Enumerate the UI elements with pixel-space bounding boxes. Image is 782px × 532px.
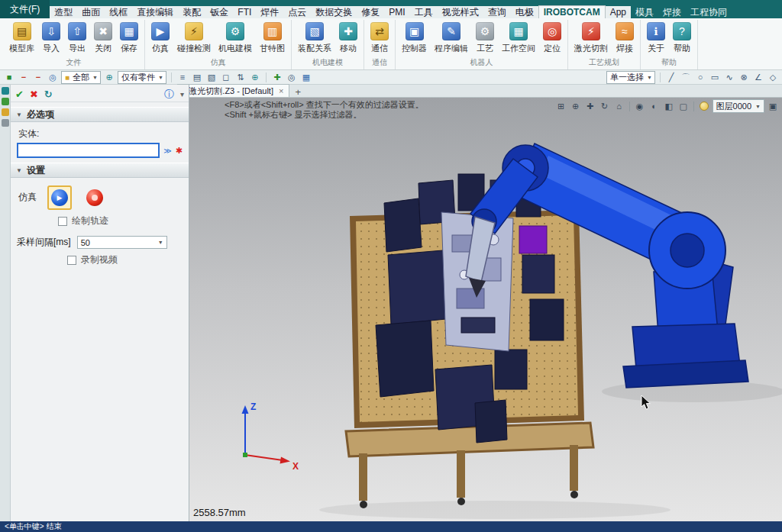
reset-icon[interactable]: ↻ [44,89,53,99]
menu-item-direct-edit[interactable]: 直接编辑 [132,6,178,18]
menu-item-point-cloud[interactable]: 点云 [283,6,311,18]
model-library-button[interactable]: ▤ 模型库 [5,20,38,56]
communication-button[interactable]: ⇄ 通信 [367,20,393,56]
wireframe-icon[interactable]: ◐ [648,100,661,112]
layer-dropdown[interactable]: 图层0000 ▼ [713,99,764,113]
menu-item-visual-style[interactable]: 视觉样式 [438,6,483,18]
menu-item-wireframe[interactable]: 线框 [105,6,132,18]
menu-item-assembly[interactable]: 装配 [178,6,205,18]
zoom-icon[interactable]: ⊕ [570,100,582,112]
target-icon[interactable]: ◎ [286,72,298,83]
sample-interval-select[interactable]: 50 ▼ [77,236,167,249]
add-icon[interactable]: ⊕ [249,72,261,83]
menu-item-weldment[interactable]: 焊件 [256,6,283,18]
about-button[interactable]: ℹ 关于 [643,20,669,56]
menu-item-app[interactable]: App [606,6,631,18]
filter-all-dropdown[interactable]: ■ 全部 ▼ [61,71,101,84]
move-icon[interactable]: ✚ [271,72,283,83]
filter-icon[interactable]: ◎ [47,72,59,83]
pattern-icon[interactable]: ▧ [205,72,218,83]
info-icon[interactable]: ⓘ [164,89,174,99]
side-dock-icon[interactable] [2,87,9,95]
pin-icon[interactable]: ▾ [180,89,184,99]
laser-cut-button[interactable]: ⚡ 激光切割 [570,20,612,56]
workspace-button[interactable]: ▦ 工作空间 [498,20,539,56]
menu-item-irobotcam[interactable]: IROBOTCAM [538,5,606,18]
cancel-icon[interactable]: ✖ [30,89,38,99]
menu-item-repair[interactable]: 修复 [357,6,384,18]
bulb-icon[interactable] [698,100,710,112]
collision-check-button[interactable]: ⚡ 碰撞检测 [173,20,215,56]
line-icon[interactable]: ╱ [665,72,677,83]
intersect-icon[interactable]: ⊗ [738,72,750,83]
export-button[interactable]: ⇧ 导出 [64,20,90,56]
side-dock-icon[interactable] [2,98,9,105]
mechatronics-button[interactable]: ⚙ 机电建模 [215,20,256,56]
move-button[interactable]: ✚ 移动 [335,20,361,56]
document-tab[interactable]: * 激光切割.Z3 - [Default] × [177,84,289,97]
controller-button[interactable]: ▣ 控制器 [398,20,431,56]
spline-icon[interactable]: ∿ [723,72,735,83]
locate-button[interactable]: ◎ 定位 [539,20,565,56]
play-button[interactable]: ▶ [47,185,72,210]
rect-icon[interactable]: ▭ [709,72,721,83]
pan-icon[interactable]: ✚ [584,100,596,112]
parts-only-dropdown[interactable]: 仅有零件 ▼ [118,71,166,84]
menu-item-data-exchange[interactable]: 数据交换 [311,6,357,18]
record-button[interactable] [82,185,107,210]
side-dock-icon[interactable] [2,108,9,116]
expand-icon[interactable]: ≫ [163,147,172,155]
menu-item-collaboration[interactable]: 工程协同 [686,6,732,18]
scope-icon[interactable]: ⊕ [103,72,115,83]
draw-trajectory-checkbox[interactable] [58,217,67,226]
menu-item-fti[interactable]: FTI [233,6,256,18]
confirm-icon[interactable]: ✔ [15,89,24,99]
menu-item-sheet-metal[interactable]: 钣金 [205,6,233,18]
swap-icon[interactable]: ⇅ [234,72,247,83]
close-file-button[interactable]: ✖ 关闭 [90,20,116,56]
tab-close-icon[interactable]: × [279,86,283,95]
background-icon[interactable]: ▢ [677,100,690,112]
program-edit-button[interactable]: ✎ 程序编辑 [431,20,472,56]
simulate-button[interactable]: ▶ 仿真 [147,20,173,56]
file-menu[interactable]: 文件(F) [0,0,50,18]
fit-icon[interactable]: ⊞ [555,100,567,112]
import-button[interactable]: ⇩ 导入 [38,20,64,56]
menu-item-surface[interactable]: 曲面 [77,6,105,18]
menu-item-welding[interactable]: 焊接 [658,6,686,18]
grid-icon[interactable]: ▦ [300,72,312,83]
rotate-icon[interactable]: ↻ [599,100,611,112]
part-cube-icon[interactable]: ■ [3,72,15,83]
remove-icon[interactable]: − [18,72,30,83]
section-settings[interactable]: ▼ 设置 [11,163,189,178]
selection-mode-dropdown[interactable]: 单一选择 ▼ [606,71,655,84]
help-button[interactable]: ? 帮助 [669,20,695,56]
shaded-icon[interactable]: ◉ [634,100,646,112]
menu-item-mold[interactable]: 模具 [631,6,658,18]
weld-button[interactable]: ≈ 焊接 [612,20,638,56]
record-video-checkbox[interactable] [67,256,76,265]
angle-icon[interactable]: ∠ [752,72,764,83]
side-dock-icon[interactable] [2,119,9,127]
entity-input[interactable] [17,143,160,158]
circle-icon[interactable]: ○ [694,72,706,83]
arc-icon[interactable]: ⌒ [680,72,692,83]
new-tab-button[interactable]: + [295,87,301,97]
process-button[interactable]: ⚙ 工艺 [472,20,498,56]
viewport-3d[interactable]: <F8>或者<Shift+roll> 查找下一个有效的过滤器设置。 <Shift… [189,98,782,521]
menu-item-pmi[interactable]: PMI [384,6,409,18]
save-button[interactable]: ▦ 保存 [116,20,142,56]
assembly-relation-button[interactable]: ▧ 装配关系 [294,20,335,56]
menu-item-modeling[interactable]: 造型 [50,6,77,18]
section-icon[interactable]: ◧ [663,100,675,112]
layer-settings-icon[interactable]: ▣ [767,100,779,112]
menu-item-inquiry[interactable]: 查询 [483,6,511,18]
view-orient-icon[interactable]: ⌂ [613,100,625,112]
box-icon[interactable]: ◻ [220,72,232,83]
diamond-icon[interactable]: ◇ [767,72,779,83]
section-required[interactable]: ▼ 必选项 [11,107,189,122]
align-icon[interactable]: ≡ [176,72,189,83]
remove-all-icon[interactable]: − [32,72,44,83]
list-icon[interactable]: ▤ [191,72,203,83]
menu-item-electrode[interactable]: 电极 [511,6,538,18]
